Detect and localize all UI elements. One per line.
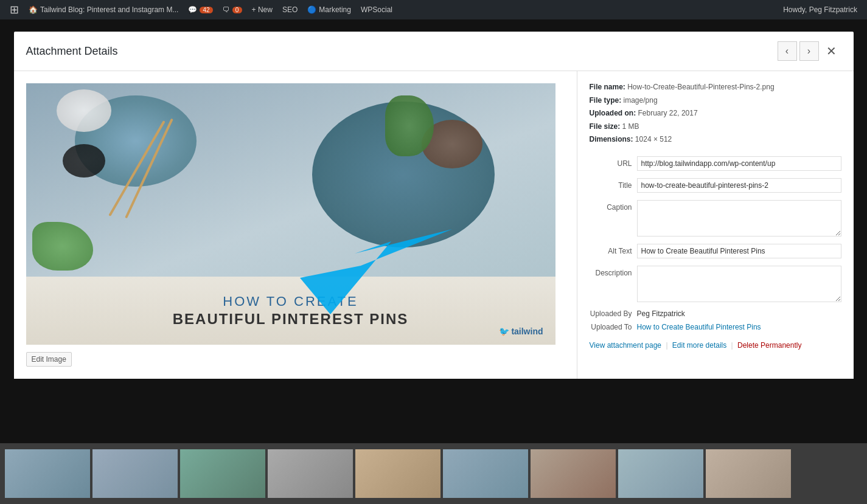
image-container: HOW TO CREATE BEAUTIFUL PINTEREST PINS 🐦… xyxy=(26,83,555,345)
uploaded-to-row: Uploaded To How to Create Beautiful Pint… xyxy=(590,323,841,331)
thumbnail-1[interactable] xyxy=(5,449,90,498)
image-text-line1: HOW TO CREATE xyxy=(223,294,358,309)
seo-item[interactable]: SEO xyxy=(277,0,302,19)
thumbnail-8[interactable] xyxy=(618,449,703,498)
file-info-section: File name: How-to-Create-Beautiful-Pinte… xyxy=(590,81,841,147)
wpsocial-item[interactable]: WPSocial xyxy=(356,0,397,19)
site-title[interactable]: 🏠 Tailwind Blog: Pinterest and Instagram… xyxy=(24,0,183,19)
wp-logo[interactable]: ⊞ xyxy=(5,0,24,19)
next-attachment-button[interactable]: › xyxy=(799,41,819,61)
leaf-2 xyxy=(32,222,93,271)
thumbnail-9[interactable] xyxy=(706,449,791,498)
bowl-small xyxy=(57,89,111,132)
file-name-row: File name: How-to-Create-Beautiful-Pinte… xyxy=(590,81,841,94)
file-size-row: File size: 1 MB xyxy=(590,120,841,134)
caption-label: Caption xyxy=(590,200,632,212)
new-item[interactable]: + New xyxy=(247,0,277,19)
attachment-actions: View attachment page | Edit more details… xyxy=(590,341,841,350)
image-panel: HOW TO CREATE BEAUTIFUL PINTEREST PINS 🐦… xyxy=(14,71,577,379)
image-logo: 🐦 tailwind xyxy=(499,326,543,336)
url-label: URL xyxy=(590,156,632,168)
caption-row: Caption xyxy=(590,200,841,236)
uploaded-to-link[interactable]: How to Create Beautiful Pinterest Pins xyxy=(637,323,761,331)
dimensions-row: Dimensions: 1024 × 512 xyxy=(590,133,841,147)
uploaded-by-label: Uploaded By xyxy=(590,309,632,318)
delete-permanently-link[interactable]: Delete Permanently xyxy=(737,341,801,350)
modal-title: Attachment Details xyxy=(26,45,118,58)
thumbnail-4[interactable] xyxy=(268,449,353,498)
attachment-image: HOW TO CREATE BEAUTIFUL PINTEREST PINS 🐦… xyxy=(26,83,555,345)
title-label: Title xyxy=(590,178,632,190)
comments-icon: 💬 xyxy=(188,5,197,14)
uploaded-by-value: Peg Fitzpatrick xyxy=(637,309,841,318)
bowl-dark xyxy=(63,144,105,178)
thumbnail-7[interactable] xyxy=(531,449,616,498)
thumbnail-6[interactable] xyxy=(443,449,528,498)
attachment-details-modal: Attachment Details ‹ › ✕ xyxy=(14,32,854,379)
modal-navigation: ‹ › ✕ xyxy=(778,41,841,61)
leaf-1 xyxy=(385,95,434,156)
alt-text-input[interactable] xyxy=(637,244,841,258)
edit-details-link[interactable]: Edit more details xyxy=(672,341,726,350)
home-icon: 🏠 xyxy=(29,5,38,14)
description-label: Description xyxy=(590,266,632,277)
description-textarea[interactable] xyxy=(637,266,841,302)
thumbnail-5[interactable] xyxy=(355,449,440,498)
alt-text-label: Alt Text xyxy=(590,244,632,255)
separator-2: | xyxy=(731,341,733,350)
image-bottom-section: HOW TO CREATE BEAUTIFUL PINTEREST PINS 🐦… xyxy=(26,277,555,345)
image-top-section xyxy=(26,83,555,277)
chat-item[interactable]: 🗨 0 xyxy=(218,0,247,19)
marketing-item[interactable]: 🔵 Marketing xyxy=(302,0,356,19)
thumbnails-bar xyxy=(0,443,867,504)
modal-header: Attachment Details ‹ › ✕ xyxy=(14,32,854,71)
uploaded-on-row: Uploaded on: February 22, 2017 xyxy=(590,107,841,120)
thumbnail-3[interactable] xyxy=(180,449,265,498)
comments-item[interactable]: 💬 42 xyxy=(183,0,217,19)
modal-overlay: Attachment Details ‹ › ✕ xyxy=(0,19,867,504)
uploaded-to-label: Uploaded To xyxy=(590,323,632,331)
marketing-icon: 🔵 xyxy=(307,5,316,14)
howdy-text: Howdy, Peg Fitzpatrick xyxy=(778,5,862,14)
close-modal-button[interactable]: ✕ xyxy=(821,41,841,61)
caption-textarea[interactable] xyxy=(637,200,841,236)
edit-image-button[interactable]: Edit Image xyxy=(26,352,72,367)
description-row: Description xyxy=(590,266,841,302)
separator-1: | xyxy=(666,341,667,350)
alt-text-row: Alt Text xyxy=(590,244,841,258)
chat-icon: 🗨 xyxy=(223,5,230,14)
url-input[interactable] xyxy=(637,156,841,171)
url-row: URL xyxy=(590,156,841,171)
uploaded-by-row: Uploaded By Peg Fitzpatrick xyxy=(590,309,841,318)
thumbnail-2[interactable] xyxy=(92,449,178,498)
view-attachment-link[interactable]: View attachment page xyxy=(590,341,662,350)
title-row: Title xyxy=(590,178,841,193)
file-type-row: File type: image/png xyxy=(590,94,841,108)
modal-body: HOW TO CREATE BEAUTIFUL PINTEREST PINS 🐦… xyxy=(14,71,854,379)
previous-attachment-button[interactable]: ‹ xyxy=(778,41,797,61)
details-panel: File name: How-to-Create-Beautiful-Pinte… xyxy=(577,71,854,379)
admin-bar: ⊞ 🏠 Tailwind Blog: Pinterest and Instagr… xyxy=(0,0,867,19)
image-text-line2: BEAUTIFUL PINTEREST PINS xyxy=(173,311,409,328)
title-input[interactable] xyxy=(637,178,841,193)
